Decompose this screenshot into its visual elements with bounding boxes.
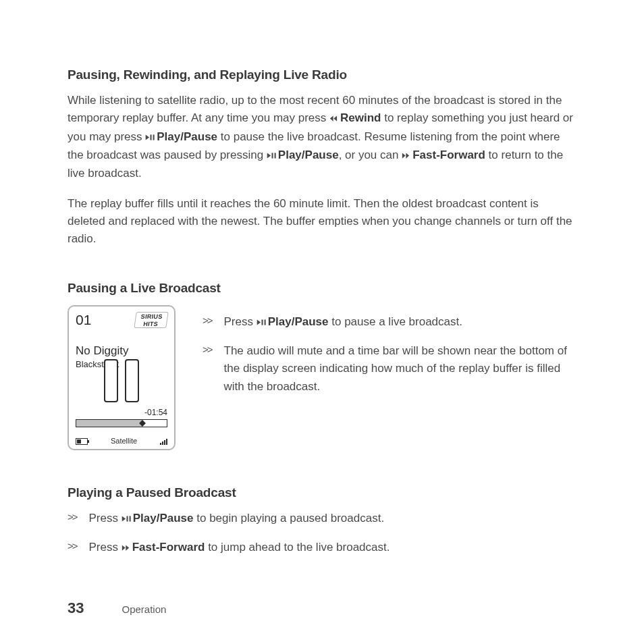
text: to jump ahead to the live broadcast. [208, 541, 390, 554]
play-pause-label: Play/Pause [268, 315, 329, 328]
channel-number: 01 [76, 312, 91, 328]
play-pause-icon [145, 129, 155, 146]
text: to pause a live broadcast. [331, 315, 462, 328]
list-item: >> Press Fast-Forward to jump ahead to t… [68, 539, 576, 557]
pausing-instructions: >> Press Play/Pause to pause a live broa… [203, 305, 576, 406]
rewind-icon [329, 110, 339, 128]
logo-line2: HITS [134, 321, 167, 328]
text: The audio will mute and a time bar will … [224, 342, 576, 396]
bullet-marker: >> [203, 342, 212, 396]
play-pause-icon [267, 147, 277, 165]
buffer-progress-bar [76, 419, 167, 427]
heading-pausing-rewinding: Pausing, Rewinding, and Replaying Live R… [68, 68, 576, 82]
song-title: No Diggity [76, 344, 167, 358]
bullet-marker: >> [203, 313, 212, 331]
fast-forward-label: Fast-Forward [412, 149, 485, 161]
paragraph-buffer-limit: The replay buffer fills until it reaches… [68, 195, 576, 248]
paragraph-buffer-intro: While listening to satellite radio, up t… [68, 92, 576, 183]
signal-icon [160, 439, 167, 445]
list-item: >> Press Play/Pause to pause a live broa… [203, 313, 576, 331]
play-pause-icon [257, 314, 267, 331]
page-number: 33 [68, 599, 84, 617]
play-pause-label: Play/Pause [278, 149, 339, 161]
channel-logo: SIRIUS HITS [134, 312, 168, 328]
play-pause-label: Play/Pause [133, 512, 194, 525]
text: Press [224, 315, 257, 328]
fast-forward-icon [402, 147, 411, 165]
rewind-label: Rewind [340, 111, 381, 124]
text: to begin playing a paused broadcast. [196, 512, 384, 525]
fast-forward-label: Fast-Forward [132, 541, 205, 554]
section-name: Operation [122, 603, 166, 615]
section-pausing-live: Pausing a Live Broadcast 01 SIRIUS HITS … [68, 281, 576, 450]
pause-overlay-icon [104, 359, 139, 402]
section-playing-paused: Playing a Paused Broadcast >> Press Play… [68, 485, 576, 558]
heading-pausing-live: Pausing a Live Broadcast [68, 281, 576, 296]
mode-label: Satellite [111, 437, 137, 445]
list-item: >> Press Play/Pause to begin playing a p… [68, 510, 576, 528]
buffer-time: -01:54 [144, 408, 167, 417]
bullet-marker: >> [68, 510, 77, 528]
fast-forward-icon [122, 539, 131, 557]
text: Press [89, 512, 122, 525]
battery-icon [76, 438, 88, 445]
play-pause-label: Play/Pause [157, 130, 217, 143]
device-screen-illustration: 01 SIRIUS HITS No Diggity Blackstreet -0… [68, 305, 176, 450]
bullet-marker: >> [68, 539, 77, 557]
heading-playing-paused: Playing a Paused Broadcast [68, 485, 576, 500]
page-footer: 33 Operation [68, 599, 166, 617]
logo-line1: SIRIUS [136, 313, 168, 321]
text: Press [89, 541, 122, 554]
list-item: >> The audio will mute and a time bar wi… [203, 342, 576, 396]
text: , or you can [339, 149, 402, 161]
play-pause-icon [122, 510, 132, 528]
manual-page: Pausing, Rewinding, and Replaying Live R… [0, 0, 644, 644]
